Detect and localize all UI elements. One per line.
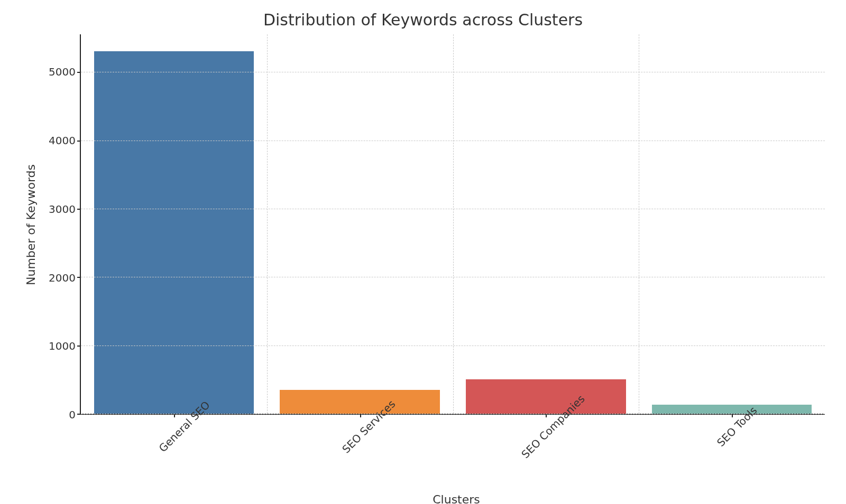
y-tick-mark — [77, 414, 80, 415]
bar-slot — [267, 34, 453, 414]
bar-slot — [453, 34, 639, 414]
x-tick-slot: SEO Companies — [456, 415, 641, 435]
x-tick-mark — [360, 414, 361, 417]
y-tick-mark — [77, 141, 80, 142]
grid-line-vertical — [639, 34, 639, 414]
x-axis-ticks: General SEOSEO ServicesSEO CompaniesSEO … — [88, 415, 825, 435]
bar-slot — [639, 34, 825, 414]
x-tick-mark — [174, 414, 175, 417]
y-tick-label: 3000 — [49, 203, 76, 216]
bar — [280, 390, 440, 414]
chart-container: Distribution of Keywords across Clusters… — [0, 0, 846, 504]
y-tick-label: 0 — [69, 408, 76, 421]
bar-slot — [81, 34, 267, 414]
y-tick-mark — [77, 277, 80, 278]
x-tick-slot: SEO Tools — [641, 415, 825, 435]
x-axis-label: Clusters — [88, 493, 825, 504]
y-tick-mark — [77, 346, 80, 347]
chart-title: Distribution of Keywords across Clusters — [21, 11, 825, 29]
x-tick-slot: SEO Services — [272, 415, 457, 435]
x-tick-slot: General SEO — [88, 415, 272, 435]
x-tick-mark — [732, 414, 733, 417]
x-tick-mark — [546, 414, 547, 417]
bar — [94, 51, 254, 414]
grid-line-vertical — [453, 34, 454, 414]
y-tick-mark — [77, 72, 80, 73]
y-tick-label: 5000 — [49, 66, 76, 78]
bar — [652, 405, 812, 414]
y-tick-mark — [77, 209, 80, 210]
grid-line-vertical — [267, 34, 268, 414]
y-axis-label: Number of Keywords — [21, 164, 38, 285]
bar — [466, 379, 626, 414]
y-axis-ticks: 010002000300040005000 — [38, 34, 80, 415]
y-tick-label: 2000 — [49, 272, 76, 284]
plot-row: Number of Keywords 010002000300040005000 — [21, 34, 825, 415]
y-tick-label: 1000 — [49, 340, 76, 352]
y-tick-label: 4000 — [49, 134, 76, 147]
plot-area — [80, 34, 825, 415]
